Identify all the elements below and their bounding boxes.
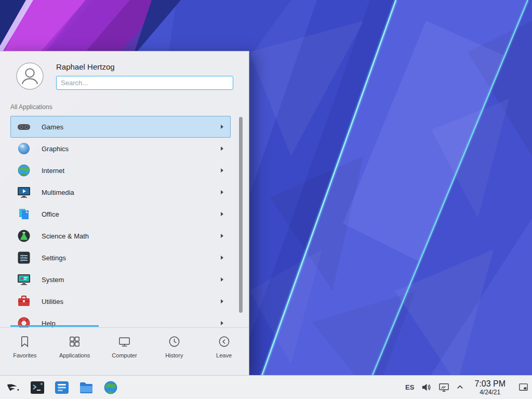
documents-icon — [17, 207, 31, 221]
volume-icon[interactable] — [421, 382, 432, 393]
application-launcher: Raphael Hertzog All Applications Games G… — [0, 51, 249, 375]
user-name: Raphael Hertzog — [56, 62, 115, 71]
system-tray: ES 7:03 PM 4/24/21 — [405, 376, 532, 399]
tab-favorites[interactable]: Favorites — [0, 328, 50, 375]
category-internet[interactable]: Internet — [10, 159, 231, 181]
clock-icon — [167, 335, 181, 349]
tab-applications[interactable]: Applications — [50, 328, 100, 375]
launcher-tab-bar: Favorites Applications Computer History — [0, 327, 249, 375]
grid-icon — [68, 335, 82, 349]
tab-label: Favorites — [13, 352, 36, 358]
launcher-header: Raphael Hertzog — [0, 51, 249, 95]
category-label: Multimedia — [42, 189, 74, 196]
sliders-icon — [17, 250, 31, 265]
tab-label: History — [165, 352, 183, 358]
tab-history[interactable]: History — [149, 328, 199, 375]
category-label: Graphics — [42, 145, 69, 153]
category-settings[interactable]: Settings — [10, 247, 231, 269]
chevron-right-icon — [221, 168, 223, 172]
category-multimedia[interactable]: Multimedia — [10, 181, 231, 203]
section-label: All Applications — [10, 103, 249, 111]
category-label: System — [42, 276, 64, 284]
chevron-right-icon — [221, 299, 223, 303]
show-desktop-button[interactable] — [516, 376, 530, 399]
desktop: Raphael Hertzog All Applications Games G… — [0, 0, 532, 399]
leave-icon — [217, 335, 231, 349]
monitor-icon — [117, 335, 131, 349]
taskbar: ES 7:03 PM 4/24/21 — [0, 375, 532, 399]
chevron-right-icon — [221, 212, 223, 216]
chevron-right-icon — [221, 256, 223, 260]
app-launcher-button[interactable] — [5, 379, 21, 395]
terminal-button[interactable] — [29, 379, 45, 395]
tab-leave[interactable]: Leave — [199, 328, 249, 375]
show-desktop-icon — [518, 382, 529, 393]
bookmark-icon — [18, 335, 32, 349]
web-browser-button[interactable] — [102, 379, 118, 395]
category-label: Settings — [42, 254, 66, 262]
category-office[interactable]: Office — [10, 203, 231, 225]
software-icon — [54, 380, 70, 395]
chevron-right-icon — [221, 147, 223, 151]
flask-icon — [17, 229, 31, 243]
keyboard-layout-indicator[interactable]: ES — [405, 383, 414, 391]
kickoff-icon — [5, 380, 21, 395]
category-list: Games Graphics Internet — [0, 116, 249, 328]
clock-time: 7:03 PM — [474, 379, 506, 389]
chevron-right-icon — [221, 125, 223, 129]
search-input[interactable] — [56, 76, 233, 90]
globe-icon — [17, 163, 31, 178]
category-system[interactable]: System — [10, 269, 231, 290]
media-screen-icon — [17, 185, 31, 200]
tab-label: Computer — [112, 352, 137, 358]
list-scrollbar[interactable] — [239, 117, 243, 313]
folder-icon — [78, 380, 94, 395]
category-label: Office — [42, 210, 59, 218]
digital-clock[interactable]: 7:03 PM 4/24/21 — [474, 379, 506, 396]
chevron-right-icon — [221, 190, 223, 194]
file-manager-button[interactable] — [78, 379, 94, 395]
category-graphics[interactable]: Graphics — [10, 138, 231, 159]
user-avatar[interactable] — [16, 62, 44, 90]
sphere-icon — [17, 141, 31, 156]
category-utilities[interactable]: Utilities — [10, 290, 231, 312]
chevron-right-icon — [221, 277, 223, 282]
clock-date: 4/24/21 — [480, 389, 500, 396]
toolbox-icon — [17, 294, 31, 309]
chevron-right-icon — [221, 321, 223, 325]
terminal-icon — [30, 380, 45, 395]
active-tab-indicator — [10, 325, 99, 327]
gamepad-icon — [17, 119, 31, 134]
browser-globe-icon — [103, 380, 118, 395]
chevron-right-icon — [221, 234, 223, 238]
display-icon[interactable] — [438, 382, 449, 393]
taskbar-launchers — [0, 379, 118, 395]
category-label: Games — [42, 123, 63, 131]
software-center-button[interactable] — [54, 379, 70, 395]
tab-label: Applications — [59, 352, 90, 358]
system-monitor-icon — [17, 272, 31, 287]
category-science-math[interactable]: Science & Math — [10, 225, 231, 247]
expand-arrow-icon[interactable] — [456, 383, 464, 391]
tab-computer[interactable]: Computer — [100, 328, 150, 375]
category-label: Science & Math — [42, 232, 89, 240]
category-games[interactable]: Games — [10, 116, 231, 138]
tab-label: Leave — [216, 352, 232, 358]
category-label: Utilities — [42, 298, 63, 305]
category-label: Internet — [42, 167, 64, 175]
